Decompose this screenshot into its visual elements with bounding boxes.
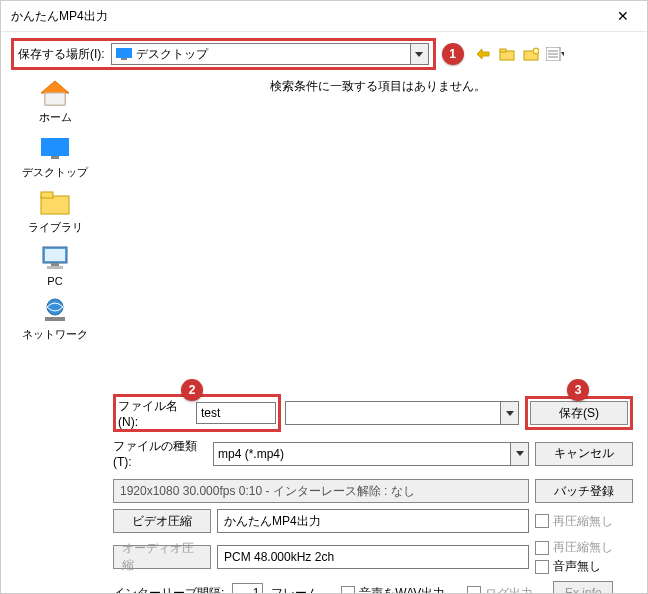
audio-recompress-check: 再圧縮無し (535, 539, 633, 556)
svg-rect-11 (41, 138, 69, 156)
empty-message: 検索条件に一致する項目はありません。 (270, 79, 486, 93)
filetype-label: ファイルの種類(T): (113, 438, 207, 469)
save-location-row: 保存する場所(I): デスクトップ 1 (1, 32, 647, 74)
places-sidebar: ホーム デスクトップ ライブラリ PC ネットワーク (1, 74, 109, 394)
interleave-input[interactable]: 1 (232, 583, 263, 594)
chevron-down-icon[interactable] (510, 443, 528, 465)
audio-codec: PCM 48.000kHz 2ch (217, 545, 529, 569)
desktop-icon (116, 48, 132, 60)
pc-icon (37, 243, 73, 273)
chevron-down-icon[interactable] (410, 44, 428, 64)
up-folder-icon[interactable] (498, 45, 516, 63)
svg-rect-0 (116, 48, 132, 58)
save-location-select[interactable]: デスクトップ (111, 43, 429, 65)
video-info: 1920x1080 30.000fps 0:10 - インターレース解除 : な… (113, 479, 529, 503)
exinfo-button[interactable]: Ex.info (553, 581, 613, 594)
filename-input[interactable]: test (196, 402, 276, 424)
place-label: ライブラリ (28, 220, 83, 235)
svg-rect-18 (47, 266, 63, 269)
svg-rect-10 (45, 93, 65, 105)
svg-rect-17 (51, 263, 59, 266)
new-folder-icon[interactable] (522, 45, 540, 63)
annotation-3: 3 (567, 379, 589, 401)
svg-rect-3 (500, 49, 506, 52)
svg-rect-1 (121, 58, 127, 60)
audio-compress-button: オーディオ圧縮 (113, 545, 211, 569)
save-button[interactable]: 保存(S) (530, 401, 628, 425)
view-menu-icon[interactable] (546, 45, 564, 63)
filename-combo-ext[interactable] (285, 401, 519, 425)
toolbar-icons (474, 45, 564, 63)
chevron-down-icon[interactable] (500, 402, 518, 424)
annotation-1: 1 (442, 43, 464, 65)
back-icon[interactable] (474, 45, 492, 63)
place-pc[interactable]: PC (15, 243, 95, 287)
place-label: デスクトップ (22, 165, 88, 180)
video-codec: かんたんMP4出力 (217, 509, 529, 533)
svg-rect-13 (41, 196, 69, 214)
svg-point-19 (47, 299, 63, 315)
body-area: ホーム デスクトップ ライブラリ PC ネットワーク 検索条件に一致する項目はあ… (1, 74, 647, 394)
checkbox-icon (535, 560, 549, 574)
checkbox-icon (467, 586, 481, 594)
checkbox-icon (341, 586, 355, 594)
libraries-icon (37, 188, 73, 218)
svg-rect-12 (51, 156, 59, 159)
desktop-place-icon (37, 133, 73, 163)
place-label: PC (47, 275, 62, 287)
home-icon (37, 78, 73, 108)
interleave-unit: フレーム (271, 585, 319, 595)
save-button-highlight: 保存(S) (525, 396, 633, 430)
wav-output-check[interactable]: 音声をWAV出力 (341, 585, 445, 595)
annotation-2: 2 (181, 379, 203, 401)
place-label: ホーム (39, 110, 72, 125)
place-label: ネットワーク (22, 327, 88, 342)
checkbox-icon (535, 514, 549, 528)
filetype-select[interactable]: mp4 (*.mp4) (213, 442, 529, 466)
place-libraries[interactable]: ライブラリ (15, 188, 95, 235)
svg-rect-20 (45, 317, 65, 321)
no-audio-check[interactable]: 音声無し (535, 558, 633, 575)
cancel-button[interactable]: キャンセル (535, 442, 633, 466)
network-icon (37, 295, 73, 325)
svg-point-5 (533, 48, 539, 54)
dialog-window: かんたんMP4出力 ✕ 保存する場所(I): デスクトップ 1 ホーム (0, 0, 648, 594)
video-recompress-check: 再圧縮無し (535, 513, 633, 530)
close-icon[interactable]: ✕ (609, 2, 637, 30)
checkbox-icon (535, 541, 549, 555)
svg-rect-16 (45, 249, 65, 261)
place-network[interactable]: ネットワーク (15, 295, 95, 342)
batch-button[interactable]: バッチ登録 (535, 479, 633, 503)
video-compress-button[interactable]: ビデオ圧縮 (113, 509, 211, 533)
save-location-label: 保存する場所(I): (18, 46, 105, 63)
svg-rect-14 (41, 192, 53, 198)
titlebar: かんたんMP4出力 ✕ (1, 1, 647, 32)
file-list[interactable]: 検索条件に一致する項目はありません。 (109, 74, 647, 394)
interleave-label: インターリーブ間隔: (113, 585, 224, 595)
save-location-highlight: 保存する場所(I): デスクトップ (11, 38, 436, 70)
place-desktop[interactable]: デスクトップ (15, 133, 95, 180)
place-home[interactable]: ホーム (15, 78, 95, 125)
save-location-value: デスクトップ (136, 46, 208, 63)
filename-label: ファイル名(N): (118, 398, 192, 429)
lower-panel: ファイル名(N): test 保存(S) ファイルの種類(T): mp4 (*.… (1, 394, 647, 594)
log-output-check: ログ出力 (467, 585, 533, 595)
window-title: かんたんMP4出力 (11, 8, 609, 25)
